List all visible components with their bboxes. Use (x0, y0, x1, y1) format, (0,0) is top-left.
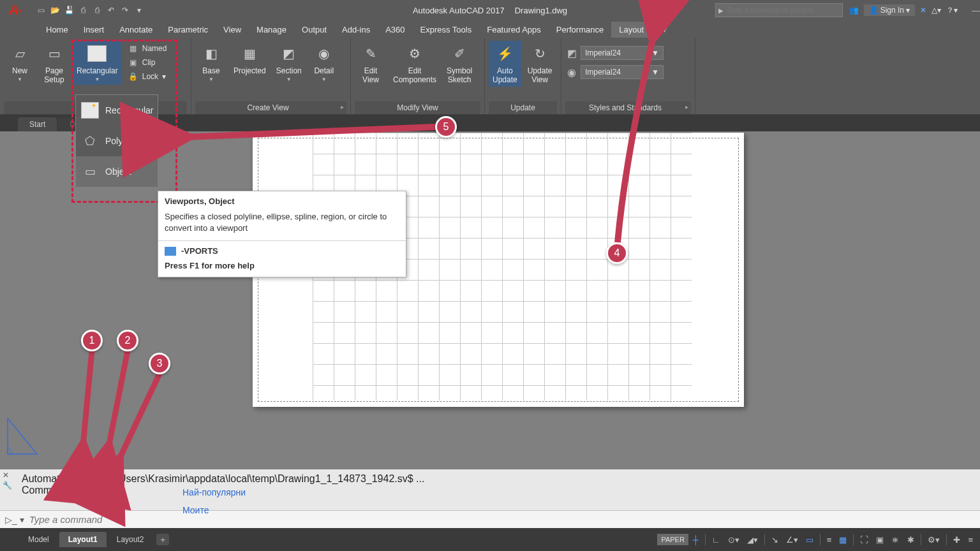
qat-open-icon[interactable]: 📂 (48, 4, 61, 17)
edit-view-button[interactable]: ✎Edit View (355, 41, 387, 87)
layout2-tab[interactable]: Layout2 (108, 532, 153, 547)
minimize-button[interactable]: — (972, 6, 980, 15)
auto-update-icon: ⚡ (494, 43, 515, 64)
menu-polygonal[interactable]: ⬠ Polygonal (76, 126, 158, 156)
auto-update-button[interactable]: ⚡Auto Update (489, 41, 521, 87)
update-view-icon: ↻ (530, 43, 550, 64)
model-tab[interactable]: Model (19, 532, 58, 547)
qat-redo-icon[interactable]: ↷ (119, 4, 131, 17)
edit-components-button[interactable]: ⚙Edit Components (389, 41, 440, 87)
grid-toggle-icon[interactable]: ┼ (690, 533, 702, 547)
customize-icon[interactable]: ≡ (965, 533, 976, 547)
tab-overflow-icon[interactable]: •▾ (651, 22, 674, 38)
lineweight-icon[interactable]: ▭ (803, 533, 817, 547)
search-arrow-icon: ▶ (718, 7, 724, 14)
section-view-button[interactable]: ◩Section▼ (272, 41, 306, 85)
projected-view-button[interactable]: ▦Projected (230, 41, 270, 78)
object-menu-icon: ▭ (81, 163, 99, 180)
new-layout-icon: ▱ (10, 43, 30, 64)
named-viewports-button[interactable]: ▦Named (126, 42, 170, 55)
style1-dropdown[interactable]: Imperial24▼ (581, 46, 664, 60)
qat-more-icon[interactable]: ▾ (133, 4, 145, 17)
tab-addins[interactable]: Add-ins (334, 22, 378, 38)
base-icon: ◧ (201, 43, 221, 64)
symbol-sketch-button[interactable]: ✐Symbol Sketch (443, 41, 476, 87)
base-view-button[interactable]: ◧Base▼ (195, 41, 227, 85)
tab-performance[interactable]: Performance (549, 22, 611, 38)
signin-button[interactable]: 👤 Sign In ▾ (864, 4, 915, 16)
tab-output[interactable]: Output (294, 22, 334, 38)
tooltip-title: Viewports, Object (158, 191, 406, 209)
page-setup-button[interactable]: ▭ Page Setup (38, 41, 70, 87)
otrack-icon[interactable]: ∠▾ (783, 533, 801, 547)
link-mine[interactable]: Моите (182, 501, 246, 519)
style2-dropdown[interactable]: Imperial24▼ (581, 65, 664, 79)
cmd-settings-icon[interactable]: 🔧 (3, 481, 12, 490)
new-layout-button[interactable]: ▱ New▼ (4, 41, 36, 85)
tab-annotate[interactable]: Annotate (112, 22, 160, 38)
a360-icon[interactable]: △▾ (932, 6, 941, 15)
polar-icon[interactable]: ⊙▾ (725, 533, 743, 547)
ortho-icon[interactable]: ∟ (709, 533, 724, 547)
qat-save-icon[interactable]: 💾 (63, 4, 75, 17)
layout1-tab[interactable]: Layout1 (59, 532, 107, 547)
quick-access-toolbar: ▭ 📂 💾 ⎙ ⎙ ↶ ↷ ▾ (31, 4, 149, 17)
detail-view-button[interactable]: ◉Detail▼ (308, 41, 340, 85)
qat-new-icon[interactable]: ▭ (34, 4, 47, 17)
annotation-5: 5 (435, 116, 457, 138)
tab-featured[interactable]: Featured Apps (479, 22, 549, 38)
tab-parametric[interactable]: Parametric (160, 22, 216, 38)
add-layout-tab-button[interactable]: + (156, 534, 169, 545)
menu-object[interactable]: ▭ Object (76, 156, 158, 187)
viewport-type-menu: ✦ Rectangular ⬠ Polygonal ▭ Object (75, 94, 158, 187)
doc-tab-start[interactable]: Start (18, 117, 57, 131)
osnap-icon[interactable]: ↘ (768, 533, 782, 547)
external-links: Най-популярни Моите (182, 483, 246, 519)
section-icon: ◩ (279, 43, 299, 64)
annotation-1: 1 (81, 330, 103, 351)
tab-manage[interactable]: Manage (249, 22, 294, 38)
update-view-button[interactable]: ↻Update View (524, 41, 556, 87)
cmd-close-icon[interactable]: ✕ (3, 471, 12, 480)
qat-plot-icon[interactable]: ⎙ (91, 4, 103, 17)
tab-express[interactable]: Express Tools (413, 22, 480, 38)
edit-comp-icon: ⚙ (405, 43, 425, 64)
cycling-icon[interactable]: ▦ (836, 533, 850, 547)
tab-a360[interactable]: A360 (378, 22, 412, 38)
exchange-icon[interactable]: ✕ (920, 6, 926, 15)
tooltip-help: Press F1 for more help (158, 261, 406, 277)
status-bar: Model Layout1 Layout2 + PAPER ┼ ∟ ⊙▾ ◢▾ … (0, 528, 980, 551)
polygonal-menu-icon: ⬠ (81, 132, 99, 150)
qat-undo-icon[interactable]: ↶ (105, 4, 117, 17)
command-prompt-icon[interactable]: ▷_ ▾ (0, 515, 29, 525)
app-logo[interactable]: A▾ (0, 0, 31, 20)
workspace-icon[interactable]: ⚙▾ (924, 533, 943, 547)
qat-saveas-icon[interactable]: ⎙ (77, 4, 89, 17)
projected-icon: ▦ (239, 43, 260, 64)
link-popular[interactable]: Най-популярни (182, 483, 246, 501)
units-icon[interactable]: ✱ (904, 533, 917, 547)
transparency-icon[interactable]: ≡ (824, 533, 835, 547)
menu-rectangular[interactable]: ✦ Rectangular (76, 95, 158, 126)
isolate-icon[interactable]: ✚ (950, 533, 963, 547)
style2-icon: ◉ (565, 66, 578, 78)
viewport-max-icon[interactable]: ▣ (873, 533, 887, 547)
clip-viewport-button[interactable]: ▣Clip (126, 56, 170, 69)
tab-insert[interactable]: Insert (76, 22, 112, 38)
infocenter-icon[interactable]: 👥 (849, 6, 859, 15)
search-input[interactable] (726, 6, 840, 15)
lock-viewport-button[interactable]: 🔒Lock ▾ (126, 70, 170, 83)
tab-view[interactable]: View (216, 22, 249, 38)
rectangular-viewport-button[interactable]: Rectangular▼ (73, 41, 122, 85)
annoscale-icon[interactable]: ⛶ (857, 533, 872, 547)
annomonitor-icon[interactable]: ⛯ (888, 533, 903, 547)
isoplane-icon[interactable]: ◢▾ (744, 533, 761, 547)
annotation-3: 3 (149, 353, 170, 374)
paperspace-toggle[interactable]: PAPER (657, 534, 688, 545)
help-icon[interactable]: ？▾ (946, 5, 958, 16)
tab-layout[interactable]: Layout (611, 22, 651, 38)
detail-icon: ◉ (314, 43, 334, 64)
tab-home[interactable]: Home (38, 22, 76, 38)
search-box[interactable]: ▶ (715, 3, 843, 17)
command-line[interactable]: ▷_ ▾ (0, 510, 980, 528)
